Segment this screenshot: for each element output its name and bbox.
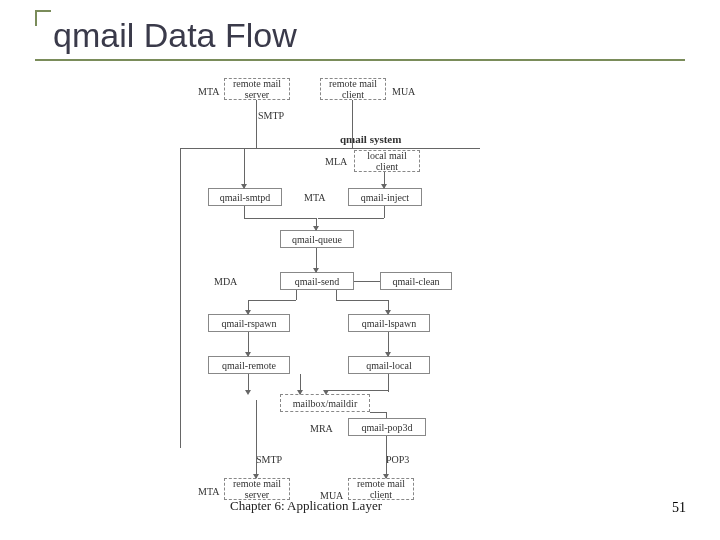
box-qmail-send: qmail-send [280,272,354,290]
qmail-diagram: MTA remote mail server remote mail clien… [170,78,530,510]
arrow-icon [245,390,251,395]
label-qmail-system: qmail system [340,133,401,145]
slide-title: qmail Data Flow [35,10,685,59]
box-qmail-queue: qmail-queue [280,230,354,248]
box-qmail-lspawn: qmail-lspawn [348,314,430,332]
arrow-icon [385,310,391,315]
label-smtp-top: SMTP [258,110,284,121]
label-mra: MRA [310,423,333,434]
arrow-icon [245,352,251,357]
label-mta-bottom: MTA [198,486,219,497]
arrow-icon [323,390,329,395]
box-remote-mail-server-bottom: remote mail server [224,478,290,500]
box-remote-mail-client: remote mail client [320,78,386,100]
box-qmail-inject: qmail-inject [348,188,422,206]
label-pop3: POP3 [386,454,409,465]
arrow-icon [313,226,319,231]
title-bar: qmail Data Flow [35,10,685,61]
label-mta-mid: MTA [304,192,325,203]
label-mla: MLA [325,156,347,167]
box-mailbox: mailbox/maildir [280,394,370,412]
box-qmail-rspawn: qmail-rspawn [208,314,290,332]
slide-footer: Chapter 6: Application Layer [230,498,382,514]
label-smtp-bottom: SMTP [256,454,282,465]
box-remote-mail-server: remote mail server [224,78,290,100]
arrow-icon [297,390,303,395]
title-corner-ornament [35,10,51,26]
box-local-mail-client: local mail client [354,150,420,172]
arrow-icon [313,268,319,273]
page-number: 51 [672,500,686,516]
arrow-icon [381,184,387,189]
arrow-icon [241,184,247,189]
box-remote-mail-client-bottom: remote mail client [348,478,414,500]
arrow-icon [245,310,251,315]
box-qmail-smtpd: qmail-smtpd [208,188,282,206]
label-mua-top-right: MUA [392,86,415,97]
box-qmail-local: qmail-local [348,356,430,374]
title-underline [35,59,685,61]
arrow-icon [385,352,391,357]
arrow-icon [383,474,389,479]
box-qmail-clean: qmail-clean [380,272,452,290]
label-mda: MDA [214,276,237,287]
box-qmail-pop3d: qmail-pop3d [348,418,426,436]
arrow-icon [253,474,259,479]
box-qmail-remote: qmail-remote [208,356,290,374]
label-mta-top-left: MTA [198,86,219,97]
